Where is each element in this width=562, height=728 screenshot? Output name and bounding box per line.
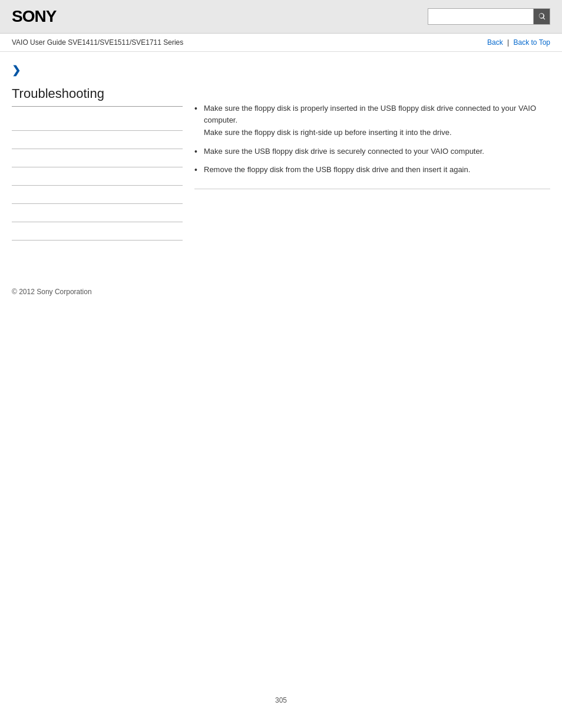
list-item: Make sure the floppy disk is properly in…	[194, 99, 550, 142]
sidebar-link[interactable]	[12, 190, 183, 199]
nav-links: Back | Back to Top	[487, 38, 550, 47]
bullet-sub-text: Make sure the floppy disk is right-side …	[204, 127, 550, 139]
section-title: Troubleshooting	[12, 86, 183, 107]
sidebar-link[interactable]	[12, 136, 183, 144]
back-link[interactable]: Back	[487, 38, 503, 47]
search-icon	[538, 12, 546, 21]
header: SONY	[0, 0, 562, 34]
main-content: ❯ Troubleshooting Make sure the floppy d…	[0, 52, 562, 252]
sidebar-link[interactable]	[12, 117, 183, 126]
search-button[interactable]	[534, 8, 550, 25]
search-input[interactable]	[428, 8, 534, 25]
list-item: Remove the floppy disk from the USB flop…	[194, 160, 550, 179]
sidebar-link[interactable]	[12, 227, 183, 235]
page-number: 305	[263, 684, 299, 716]
list-item[interactable]	[12, 167, 183, 186]
content-divider	[194, 189, 550, 189]
nav-separator: |	[507, 38, 509, 47]
footer-copyright: © 2012 Sony Corporation	[0, 276, 562, 308]
copyright-text: © 2012 Sony Corporation	[12, 288, 92, 296]
sidebar-link[interactable]	[12, 209, 183, 217]
bullet-main-text: Remove the floppy disk from the USB flop…	[204, 165, 470, 174]
sidebar-link[interactable]	[12, 154, 183, 162]
nav-bar: VAIO User Guide SVE1411/SVE1511/SVE1711 …	[0, 34, 562, 52]
sidebar: ❯ Troubleshooting	[12, 64, 183, 241]
sidebar-link[interactable]	[12, 172, 183, 180]
list-item: Make sure the USB floppy disk drive is s…	[194, 142, 550, 161]
bullet-list: Make sure the floppy disk is properly in…	[194, 99, 550, 179]
sidebar-links	[12, 113, 183, 241]
bullet-main-text: Make sure the USB floppy disk drive is s…	[204, 147, 484, 156]
chevron-icon: ❯	[12, 64, 183, 77]
back-to-top-link[interactable]: Back to Top	[514, 38, 550, 47]
search-container	[428, 8, 550, 25]
list-item[interactable]	[12, 131, 183, 149]
guide-title: VAIO User Guide SVE1411/SVE1511/SVE1711 …	[12, 38, 183, 47]
content-area: Make sure the floppy disk is properly in…	[194, 64, 550, 241]
list-item[interactable]	[12, 113, 183, 131]
sony-logo: SONY	[12, 7, 56, 26]
list-item[interactable]	[12, 222, 183, 241]
bullet-main-text: Make sure the floppy disk is properly in…	[204, 104, 536, 124]
list-item[interactable]	[12, 186, 183, 204]
list-item[interactable]	[12, 204, 183, 222]
list-item[interactable]	[12, 149, 183, 167]
